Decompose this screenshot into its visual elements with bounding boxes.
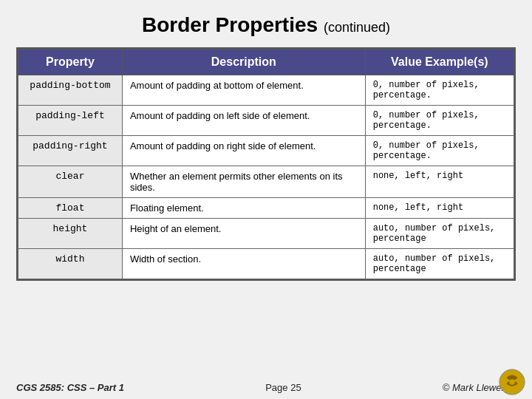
cell-value: auto, number of pixels, percentage [365,219,514,249]
footer-page-label: Page [265,382,287,393]
cell-value: auto, number of pixels, percentage [365,249,514,279]
cell-description: Width of section. [122,249,365,279]
slide: Border Properties (continued) Property D… [0,0,532,399]
table-row: floatFloating element.none, left, right [18,198,514,219]
cell-value: none, left, right [365,166,514,198]
title-area: Border Properties (continued) [16,13,516,37]
cell-property: padding-left [18,106,123,136]
table-row: widthWidth of section.auto, number of pi… [18,249,514,279]
cell-description: Amount of padding on left side of elemen… [122,106,365,136]
cell-description: Floating element. [122,198,365,219]
cell-property: float [18,198,123,219]
col-header-value: Value Example(s) [365,50,514,75]
cell-description: Amount of padding at bottom of element. [122,75,365,106]
cell-property: padding-bottom [18,75,123,106]
cell-property: clear [18,166,123,198]
cell-value: none, left, right [365,198,514,219]
table-row: padding-bottomAmount of padding at botto… [18,75,514,106]
logo [498,368,526,396]
footer-page-number: 25 [290,382,301,393]
cell-description: Whether an element permits other element… [122,166,365,198]
cell-property: width [18,249,123,279]
table-container: Property Description Value Example(s) pa… [16,47,516,281]
cell-value: 0, number of pixels, percentage. [365,75,514,106]
title-sub: (continued) [324,20,390,35]
slide-title: Border Properties (continued) [16,13,516,37]
cell-property: padding-right [18,136,123,166]
cell-description: Height of an element. [122,219,365,249]
col-header-property: Property [18,50,123,75]
table-row: clearWhether an element permits other el… [18,166,514,198]
properties-table: Property Description Value Example(s) pa… [18,49,514,279]
table-row: heightHeight of an element.auto, number … [18,219,514,249]
title-main: Border Properties [142,13,318,36]
cell-description: Amount of padding on right side of eleme… [122,136,365,166]
table-row: padding-rightAmount of padding on right … [18,136,514,166]
footer-page: Page 25 [265,382,301,393]
cell-value: 0, number of pixels, percentage. [365,136,514,166]
table-row: padding-leftAmount of padding on left si… [18,106,514,136]
col-header-description: Description [122,50,365,75]
cell-value: 0, number of pixels, percentage. [365,106,514,136]
footer: CGS 2585: CSS – Part 1 Page 25 © Mark Ll… [0,382,532,393]
cell-property: height [18,219,123,249]
svg-point-1 [509,379,515,385]
table-header-row: Property Description Value Example(s) [18,50,514,75]
footer-course: CGS 2585: CSS – Part 1 [16,382,124,393]
